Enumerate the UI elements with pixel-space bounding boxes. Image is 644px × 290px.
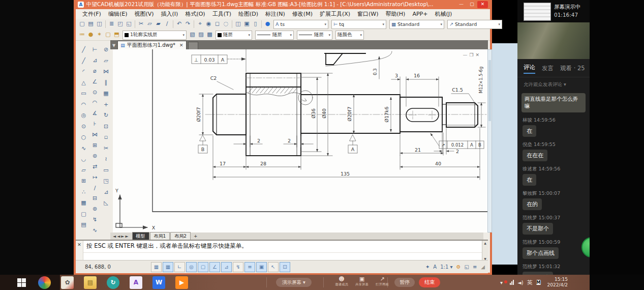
chat-tab-发言[interactable]: 发言 (542, 65, 554, 74)
point-icon[interactable]: ∴ (79, 188, 88, 197)
menu-窗口(W)[interactable]: 窗口(W) (354, 10, 382, 18)
dim-radius-icon[interactable]: ⊙ (90, 89, 100, 97)
menu-文件(F)[interactable]: 文件(F) (79, 10, 105, 18)
webcam-video[interactable] (517, 22, 590, 59)
command-close-button[interactable]: ✕ (76, 241, 83, 261)
zoom-icon[interactable]: ◉ (204, 20, 213, 28)
start-button[interactable] (15, 276, 28, 289)
layer-combo[interactable]: 1轮廓实线层▾ (122, 31, 187, 40)
menu-格式(O)[interactable]: 格式(O) (181, 10, 208, 18)
chevron-down-icon[interactable]: ▾ (438, 22, 442, 26)
annotation-toggle[interactable]: ⊡ (280, 262, 290, 272)
match-icon[interactable]: ∕ (163, 20, 171, 28)
save-icon[interactable]: ◫ (95, 20, 104, 28)
menu-机械(J)[interactable]: 机械(J) (431, 10, 455, 18)
tab-layout1[interactable]: 布局1 (150, 232, 170, 241)
redo-icon[interactable]: ↷ (183, 20, 192, 28)
zoom-window-icon[interactable]: ◻ (213, 20, 222, 28)
array-icon[interactable]: ▦ (102, 90, 111, 98)
doc-close-icon[interactable]: ✕ (475, 52, 481, 57)
rectangle-icon[interactable]: ▭ (79, 90, 88, 98)
paste-icon[interactable]: ▰ (154, 20, 163, 28)
polar-toggle[interactable]: ◎ (186, 262, 197, 272)
chat-tab-评论[interactable]: 评论 (524, 64, 535, 74)
menu-修改(M)[interactable]: 修改(M) (289, 10, 316, 18)
help-icon[interactable]: ● (263, 20, 272, 28)
chevron-down-icon[interactable]: ▾ (380, 22, 384, 26)
clock[interactable]: 15:15 2022/4/2 (547, 277, 568, 288)
layer-freeze-icon[interactable]: ✶ (95, 31, 104, 39)
chevron-down-icon[interactable]: ▾ (322, 22, 326, 26)
preview-icon[interactable]: ◰ (116, 20, 125, 28)
vertical-scrollbar[interactable] (487, 49, 492, 233)
ellipse-icon[interactable]: ○ (79, 133, 88, 142)
viewport-3-icon[interactable]: ▯ (251, 20, 260, 28)
menu-绘图(D)[interactable]: 绘图(D) (235, 10, 262, 18)
tab-close-icon[interactable]: ✕ (179, 43, 183, 48)
layer-lock-icon[interactable]: ▢ (104, 31, 112, 39)
undo-icon[interactable]: ↶ (175, 20, 183, 28)
dim-oblique-icon[interactable]: ⇄ (90, 163, 100, 171)
menu-插入(I)[interactable]: 插入(I) (158, 10, 182, 18)
grid-toggle[interactable]: ▦ (151, 262, 162, 272)
osnap-toggle[interactable]: ▢ (198, 262, 208, 272)
dim-angular-icon[interactable]: ∠ (90, 78, 100, 86)
color-combo[interactable]: 随层▾ (216, 31, 252, 40)
otrack-toggle[interactable]: ∠ (209, 262, 220, 272)
ellipse-arc-icon[interactable]: ◡ (79, 155, 88, 164)
scrollbar-thumb[interactable] (488, 60, 491, 121)
arc-icon[interactable]: ◠ (79, 101, 88, 109)
layer-state-icon[interactable]: ▨ (197, 31, 205, 39)
comment-permission-dropdown[interactable]: 允许观众发表评论 ▾ (517, 77, 590, 89)
dim-leader-icon[interactable]: ↦ (90, 173, 100, 182)
polygon-icon[interactable]: △ (79, 79, 88, 88)
annotation-auto-icon[interactable]: A (433, 264, 437, 270)
menu-帮助(H)[interactable]: 帮助(H) (382, 10, 409, 18)
dim-spline-icon[interactable]: ∿ (90, 226, 100, 235)
mirror-icon[interactable]: ⋈ (102, 68, 111, 76)
menu-APP+[interactable]: APP+ (409, 11, 431, 17)
insert-icon[interactable]: ⊞ (79, 177, 88, 186)
layer-manager-icon[interactable]: ≔ (78, 31, 86, 39)
lineweight-toggle[interactable]: ≡ (244, 262, 255, 272)
dim-baseline-icon[interactable]: ⋈ (90, 131, 100, 139)
chevron-down-icon[interactable]: ▾ (496, 22, 500, 26)
chevron-down-icon[interactable]: ▾ (246, 33, 250, 37)
fillet-icon[interactable]: ◺ (102, 199, 111, 208)
rectangle-icon[interactable]: ▭ (102, 166, 111, 175)
dyn-toggle[interactable]: ⊿ (221, 262, 232, 272)
maximize-button[interactable]: ▢ (467, 1, 477, 8)
layer-on-icon[interactable]: ● (86, 31, 95, 39)
chevron-down-icon[interactable]: ▾ (326, 33, 330, 37)
viewport-1-icon[interactable]: ◫ (234, 20, 242, 28)
paint-app-icon[interactable]: ✿ (61, 276, 74, 289)
scale-icon[interactable]: ⊡ (102, 123, 111, 131)
tab-menu-button[interactable]: ▼ (110, 43, 117, 49)
chevron-down-icon[interactable]: ▾ (358, 33, 362, 37)
ortho-toggle[interactable]: ∟ (174, 262, 185, 272)
properties-toggle[interactable]: ▣ (256, 262, 267, 272)
dim-jog-line-icon[interactable]: ↯ (90, 216, 100, 224)
sync-app-icon[interactable]: ↻ (107, 276, 119, 289)
block-icon[interactable]: ▱ (79, 166, 88, 175)
doc-restore-icon[interactable]: ❐ (469, 52, 475, 57)
pan-icon[interactable]: ⌖ (196, 20, 204, 28)
corner-icon[interactable]: ◳ (102, 177, 111, 186)
share-button[interactable]: ▣共享屏幕 (351, 276, 373, 286)
menu-编辑(E)[interactable]: 编辑(E) (105, 10, 131, 18)
open-icon[interactable]: ▤ (86, 20, 95, 28)
chamfer-icon[interactable]: ⊿ (102, 188, 111, 197)
command-line-window[interactable]: ✕ 按 ESC 或 ENTER 键退出，或者单击鼠标右键显示快捷菜单。 ▲ ▼ (76, 240, 488, 261)
plotstyle-combo[interactable]: 随颜色▾ (335, 31, 364, 40)
dim-continue-icon[interactable]: ⊞ (90, 141, 100, 150)
dim-tolerance-icon[interactable]: ⊛ (90, 205, 100, 213)
text-style-combo[interactable]: Ats▾ (273, 20, 328, 29)
tab-layout2[interactable]: 布局2 (170, 232, 191, 241)
layer-walk-icon[interactable]: ▩ (205, 31, 214, 39)
mleader-style-combo[interactable]: ↗Standard▾ (447, 20, 502, 29)
scroll-up-icon[interactable]: ▲ (484, 241, 486, 245)
menu-视图(V)[interactable]: 视图(V) (131, 10, 157, 18)
chevron-down-icon[interactable]: ▾ (288, 33, 292, 37)
annotation-visibility-icon[interactable]: ✦ (425, 264, 430, 270)
snap-toggle[interactable]: ▦ (163, 262, 173, 272)
